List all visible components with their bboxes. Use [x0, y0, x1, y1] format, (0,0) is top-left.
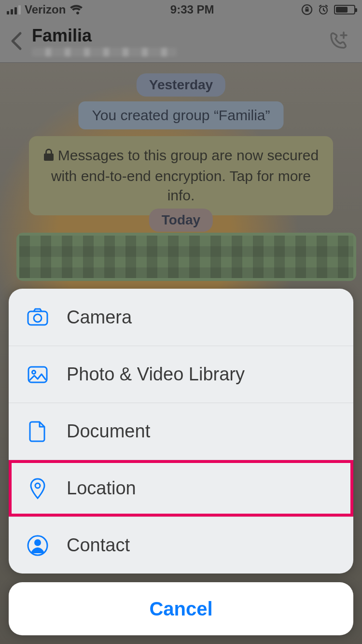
chat-title: Familia: [32, 26, 323, 46]
svg-point-3: [34, 314, 42, 322]
document-icon: [25, 419, 50, 444]
cellular-signal-icon: [7, 5, 21, 14]
sheet-item-location[interactable]: Location: [9, 460, 353, 517]
svg-rect-4: [28, 367, 47, 382]
status-time: 9:33 PM: [170, 3, 214, 16]
back-button[interactable]: [5, 29, 29, 53]
svg-point-6: [35, 483, 40, 488]
wifi-icon: [70, 4, 83, 15]
sheet-item-photo-library[interactable]: Photo & Video Library: [9, 346, 353, 403]
status-bar: Verizon 9:33 PM: [0, 0, 362, 19]
chat-title-area[interactable]: Familia: [29, 26, 323, 56]
cancel-button[interactable]: Cancel: [9, 582, 353, 635]
photo-icon: [25, 362, 50, 387]
sheet-item-label: Photo & Video Library: [67, 364, 245, 385]
svg-point-8: [34, 539, 41, 546]
sheet-item-document[interactable]: Document: [9, 403, 353, 460]
svg-point-5: [32, 370, 36, 374]
sheet-item-label: Camera: [67, 307, 132, 328]
call-button[interactable]: [323, 27, 352, 56]
location-icon: [25, 476, 50, 501]
sheet-item-label: Location: [67, 478, 136, 499]
camera-icon: [25, 305, 50, 330]
orientation-lock-icon: [301, 4, 313, 15]
chat-header: Familia: [0, 19, 362, 63]
chat-participants-redacted: [32, 48, 177, 56]
alarm-icon: [318, 4, 329, 15]
contact-icon: [25, 533, 50, 558]
carrier-label: Verizon: [25, 3, 66, 16]
battery-icon: [334, 5, 355, 14]
attachment-action-sheet: Camera Photo & Video Library Document Lo…: [9, 289, 353, 635]
sheet-item-contact[interactable]: Contact: [9, 517, 353, 574]
svg-rect-2: [28, 311, 47, 325]
sheet-item-label: Contact: [67, 535, 130, 556]
sheet-item-label: Document: [67, 421, 150, 442]
sheet-item-camera[interactable]: Camera: [9, 289, 353, 346]
